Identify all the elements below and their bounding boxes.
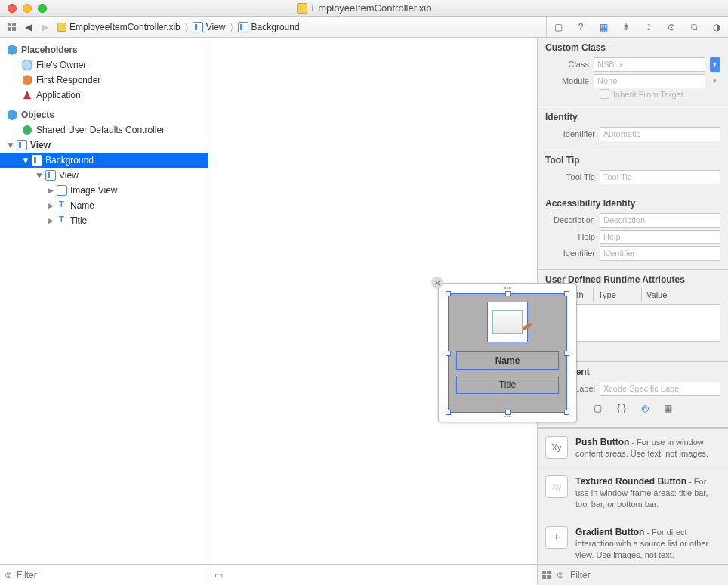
label-icon bbox=[57, 200, 67, 211]
resize-handle[interactable] bbox=[446, 351, 451, 356]
library-thumb: + bbox=[545, 526, 568, 549]
svg-point-0 bbox=[23, 125, 32, 135]
module-dropdown-icon[interactable]: ▾ bbox=[710, 77, 720, 85]
application-item[interactable]: Application bbox=[0, 88, 208, 103]
object-library-icon[interactable]: ◎ bbox=[641, 403, 649, 413]
close-window-button[interactable] bbox=[8, 4, 17, 13]
background-item[interactable]: ▼ Background bbox=[0, 153, 208, 168]
inner-view-item[interactable]: ▼ View bbox=[0, 168, 208, 183]
interface-builder-canvas[interactable]: ✕ Name Title bbox=[208, 38, 538, 585]
tooltip-field[interactable] bbox=[600, 170, 720, 184]
custom-class-section: Custom Class Class ▾ Module ▾ Inherit Fr… bbox=[538, 38, 728, 107]
back-button[interactable]: ◀ bbox=[21, 20, 35, 34]
class-field[interactable] bbox=[594, 57, 705, 72]
class-dropdown-icon[interactable]: ▾ bbox=[710, 57, 720, 72]
related-items-icon[interactable] bbox=[5, 20, 18, 34]
help-inspector-tab[interactable]: ? bbox=[569, 17, 592, 37]
title-label[interactable]: Title bbox=[456, 376, 559, 394]
jump-bar: ◀ ▶ EmployeeItemController.xib 〉 View 〉 … bbox=[0, 17, 728, 38]
class-label: Class bbox=[545, 60, 589, 69]
file-inspector-tab[interactable]: ▢ bbox=[547, 17, 569, 37]
a11y-description-label: Description bbox=[545, 215, 595, 224]
section-header: Tool Tip bbox=[545, 155, 720, 169]
library-thumb: Xy bbox=[545, 475, 568, 498]
a11y-description-field[interactable] bbox=[600, 213, 720, 228]
identifier-field[interactable] bbox=[600, 127, 720, 141]
effects-inspector-tab[interactable]: ◑ bbox=[705, 17, 728, 37]
document-icon bbox=[297, 3, 307, 14]
identity-section: Identity Identifier bbox=[538, 107, 728, 150]
image-view[interactable] bbox=[487, 302, 528, 342]
library-filter-row: ⊜ bbox=[538, 564, 728, 585]
resize-handle[interactable] bbox=[505, 410, 511, 415]
window-title: EmployeeItemController.xib bbox=[312, 2, 432, 14]
title-label-item[interactable]: ▶ Title bbox=[0, 213, 208, 228]
module-field[interactable] bbox=[594, 74, 705, 88]
library-filter-input[interactable] bbox=[570, 570, 723, 580]
box-icon bbox=[32, 155, 42, 166]
document-label-field[interactable] bbox=[600, 382, 720, 396]
name-label-item[interactable]: ▶ Name bbox=[0, 198, 208, 213]
placeholders-header: Placeholders bbox=[0, 42, 208, 57]
file-template-icon[interactable]: ▢ bbox=[594, 403, 602, 413]
library-item-push-button[interactable]: Xy Push Button - For use in window conte… bbox=[538, 429, 728, 468]
files-owner-item[interactable]: File's Owner bbox=[0, 57, 208, 73]
column-value: Value bbox=[642, 288, 720, 302]
close-view-button[interactable]: ✕ bbox=[431, 277, 443, 289]
view-icon bbox=[17, 140, 27, 150]
zoom-window-button[interactable] bbox=[38, 4, 47, 13]
shared-defaults-item[interactable]: Shared User Defaults Controller bbox=[0, 122, 208, 138]
image-view-item[interactable]: ▶ Image View bbox=[0, 183, 208, 198]
attributes-inspector-tab[interactable]: ⇟ bbox=[615, 17, 637, 37]
forward-button[interactable]: ▶ bbox=[38, 20, 51, 34]
minimize-window-button[interactable] bbox=[23, 4, 32, 13]
bindings-inspector-tab[interactable]: ⧉ bbox=[683, 17, 705, 37]
section-header: Custom Class bbox=[545, 42, 720, 56]
tooltip-label: Tool Tip bbox=[545, 172, 595, 181]
code-snippet-icon[interactable]: { } bbox=[617, 403, 625, 413]
resize-handle[interactable] bbox=[564, 291, 569, 296]
view-item[interactable]: ▼ View bbox=[0, 138, 208, 153]
resize-handle[interactable] bbox=[505, 291, 511, 296]
media-library-icon[interactable]: ▦ bbox=[664, 403, 672, 413]
filter-icon: ⊜ bbox=[557, 570, 564, 580]
a11y-help-label: Help bbox=[545, 232, 595, 241]
breadcrumb-background[interactable]: Background bbox=[238, 22, 300, 32]
resize-handle[interactable] bbox=[446, 410, 451, 415]
library-item-gradient-button[interactable]: + Gradient Button - For direct interacti… bbox=[538, 518, 728, 564]
resize-handle[interactable] bbox=[564, 351, 569, 356]
breadcrumb-view[interactable]: View bbox=[193, 22, 226, 32]
resize-handle[interactable] bbox=[446, 291, 451, 296]
a11y-identifier-label: Identifier bbox=[545, 249, 595, 258]
identity-inspector-tab[interactable]: ▦ bbox=[592, 17, 615, 37]
resize-handle[interactable] bbox=[564, 410, 569, 415]
outline-toggle-icon[interactable]: ▭ bbox=[214, 570, 223, 580]
inherit-checkbox bbox=[600, 89, 609, 99]
outline-filter-input[interactable] bbox=[17, 570, 203, 580]
connections-inspector-tab[interactable]: ⊙ bbox=[660, 17, 683, 37]
filter-icon: ⊜ bbox=[5, 570, 12, 580]
module-label: Module bbox=[545, 76, 589, 85]
object-library: Xy Push Button - For use in window conte… bbox=[538, 428, 728, 564]
name-label[interactable]: Name bbox=[456, 351, 559, 370]
document-outline: Placeholders File's Owner First Responde… bbox=[0, 38, 208, 585]
background-box[interactable]: Name Title bbox=[448, 293, 567, 413]
library-thumb: Xy bbox=[545, 436, 568, 459]
inspector-tab-bar: ▢ ? ▦ ⇟ ⟟ ⊙ ⧉ ◑ bbox=[546, 17, 728, 37]
view-icon bbox=[45, 170, 56, 181]
view-container[interactable]: ✕ Name Title bbox=[438, 283, 577, 422]
library-item-textured-button[interactable]: Xy Textured Rounded Button - For use in … bbox=[538, 468, 728, 518]
inherit-label: Inherit From Target bbox=[613, 90, 683, 99]
section-header: Accessibility Identity bbox=[545, 198, 720, 212]
first-responder-item[interactable]: First Responder bbox=[0, 73, 208, 88]
accessibility-section: Accessibility Identity Description Help … bbox=[538, 193, 728, 270]
breadcrumb-file[interactable]: EmployeeItemController.xib bbox=[57, 22, 180, 32]
objects-header: Objects bbox=[0, 107, 208, 122]
library-view-mode-icon[interactable] bbox=[542, 571, 551, 579]
identifier-label: Identifier bbox=[545, 129, 595, 138]
a11y-help-field[interactable] bbox=[600, 230, 720, 244]
a11y-identifier-field[interactable] bbox=[600, 246, 720, 261]
tooltip-section: Tool Tip Tool Tip bbox=[538, 150, 728, 193]
size-inspector-tab[interactable]: ⟟ bbox=[637, 17, 660, 37]
breadcrumb: EmployeeItemController.xib 〉 View 〉 Back… bbox=[51, 22, 300, 32]
